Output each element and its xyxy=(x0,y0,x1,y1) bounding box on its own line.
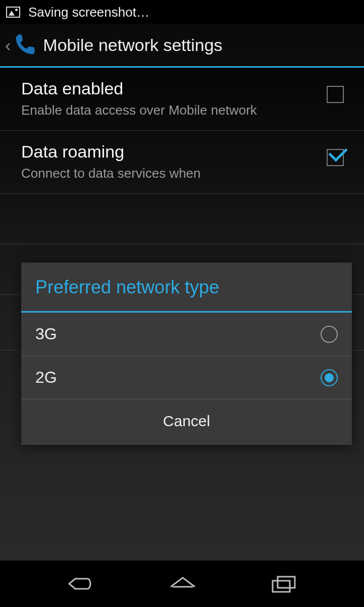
setting-title: Data enabled xyxy=(21,79,317,98)
home-nav-icon[interactable] xyxy=(167,574,199,594)
phone-icon xyxy=(12,32,38,59)
checkbox-data-enabled[interactable] xyxy=(327,86,344,103)
option-label: 3G xyxy=(35,325,57,343)
setting-data-enabled[interactable]: Data enabled Enable data access over Mob… xyxy=(0,68,364,131)
radio-2g[interactable] xyxy=(321,369,338,386)
image-icon xyxy=(6,7,20,18)
action-bar[interactable]: ‹ Mobile network settings xyxy=(0,24,364,68)
setting-title: Data roaming xyxy=(21,142,317,162)
dialog-option-2g[interactable]: 2G xyxy=(21,356,352,399)
navigation-bar xyxy=(0,561,364,607)
recent-nav-icon[interactable] xyxy=(269,574,299,594)
setting-data-roaming[interactable]: Data roaming Connect to data services wh… xyxy=(0,131,364,194)
svg-rect-0 xyxy=(273,581,290,592)
radio-3g[interactable] xyxy=(321,326,338,343)
back-nav-icon[interactable] xyxy=(65,574,97,594)
status-bar: Saving screenshot… xyxy=(0,0,364,24)
dialog-option-3g[interactable]: 3G xyxy=(21,313,352,356)
setting-hidden-row[interactable] xyxy=(0,194,364,244)
back-icon[interactable]: ‹ xyxy=(5,35,11,55)
checkbox-data-roaming[interactable] xyxy=(327,149,344,166)
setting-subtitle: Enable data access over Mobile network xyxy=(21,102,317,119)
cancel-button[interactable]: Cancel xyxy=(21,399,352,445)
dialog-preferred-network: Preferred network type 3G 2G Cancel xyxy=(21,263,352,445)
page-title: Mobile network settings xyxy=(43,35,222,55)
svg-rect-1 xyxy=(278,577,295,588)
status-text: Saving screenshot… xyxy=(28,5,149,20)
settings-list: Data enabled Enable data access over Mob… xyxy=(0,68,364,561)
dialog-title: Preferred network type xyxy=(21,263,352,313)
setting-subtitle: Connect to data services when xyxy=(21,165,317,182)
option-label: 2G xyxy=(35,368,57,387)
